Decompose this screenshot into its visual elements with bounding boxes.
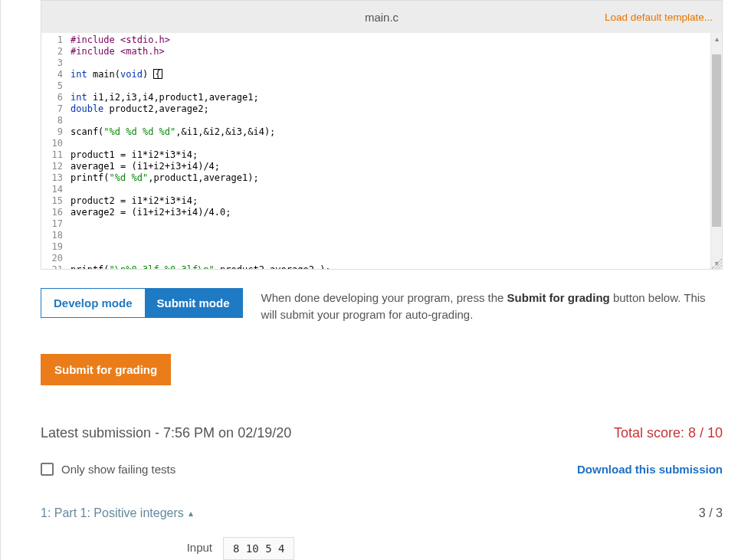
only-failing-checkbox[interactable]: Only show failing tests: [41, 463, 175, 476]
load-template-link[interactable]: Load default template...: [605, 11, 713, 23]
code-area[interactable]: 12345678910111213141516171819202122 #inc…: [41, 33, 722, 269]
submit-mode-button[interactable]: Submit mode: [145, 289, 242, 317]
test-1-title: 1: Part 1: Positive integers: [41, 506, 184, 520]
input-value: 8 10 5 4: [223, 537, 294, 560]
editor-scrollbar[interactable]: ▴ ▾: [710, 33, 722, 269]
latest-submission-time: 7:56 PM on 02/19/20: [163, 425, 291, 440]
chevron-up-icon: ▴: [189, 508, 193, 519]
line-gutter: 12345678910111213141516171819202122: [41, 33, 67, 269]
submit-for-grading-button[interactable]: Submit for grading: [41, 354, 171, 385]
mode-description: When done developing your program, press…: [261, 288, 723, 323]
test-1-header[interactable]: 1: Part 1: Positive integers ▴: [41, 506, 193, 520]
code-lines[interactable]: #include <stdio.h>#include <math.h> int …: [67, 33, 722, 269]
mode-desc-bold: Submit for grading: [507, 291, 610, 304]
mode-desc-prefix: When done developing your program, press…: [261, 291, 507, 304]
editor-header: main.c Load default template...: [41, 1, 722, 33]
download-submission-link[interactable]: Download this submission: [577, 463, 723, 476]
scroll-up-icon[interactable]: ▴: [711, 33, 722, 44]
scroll-thumb[interactable]: [712, 54, 721, 227]
checkbox-icon[interactable]: [41, 463, 54, 476]
resize-handle-icon[interactable]: [711, 258, 722, 269]
latest-submission-prefix: Latest submission -: [41, 425, 163, 440]
total-score-label: Total score:: [614, 425, 688, 440]
only-failing-label: Only show failing tests: [61, 463, 175, 476]
input-label: Input: [41, 541, 223, 555]
filename: main.c: [365, 11, 399, 24]
total-score-value: 8 / 10: [688, 425, 723, 440]
develop-mode-button[interactable]: Develop mode: [41, 289, 145, 317]
total-score: Total score: 8 / 10: [614, 425, 723, 441]
latest-submission-label: Latest submission - 7:56 PM on 02/19/20: [41, 425, 291, 441]
test-1-score: 3 / 3: [699, 506, 723, 520]
mode-toggle: Develop mode Submit mode: [41, 288, 243, 318]
code-editor: main.c Load default template... 12345678…: [41, 0, 723, 270]
